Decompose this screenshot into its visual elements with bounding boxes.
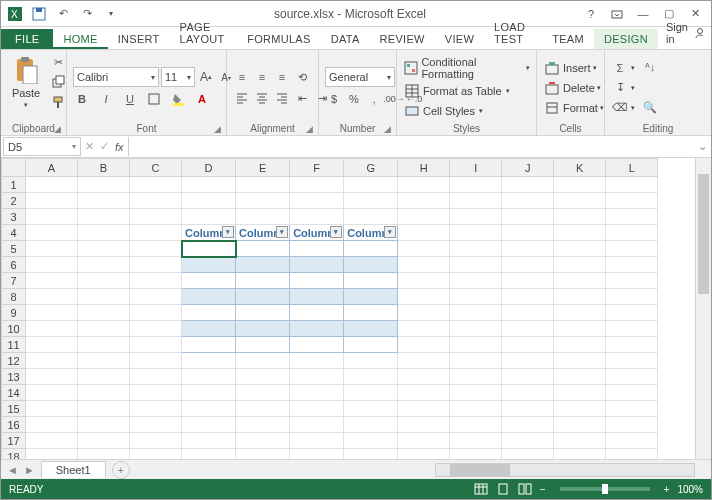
italic-button[interactable]: I [97, 90, 115, 108]
cut-icon[interactable]: ✂ [49, 53, 67, 71]
cell[interactable] [502, 289, 554, 305]
horizontal-scrollbar[interactable] [435, 463, 695, 477]
cell[interactable] [182, 321, 236, 337]
filter-dropdown-icon[interactable]: ▾ [384, 226, 396, 238]
tab-file[interactable]: FILE [1, 29, 53, 49]
cell[interactable] [344, 369, 398, 385]
insert-cells-button[interactable]: Insert▾ [543, 59, 597, 77]
cell[interactable] [26, 369, 78, 385]
cell[interactable] [554, 289, 606, 305]
cell[interactable] [78, 305, 130, 321]
row-header[interactable]: 7 [2, 273, 26, 289]
cell[interactable] [502, 337, 554, 353]
cell[interactable] [236, 337, 290, 353]
save-icon[interactable] [29, 4, 49, 24]
cell[interactable] [554, 385, 606, 401]
cell[interactable] [502, 417, 554, 433]
font-size-select[interactable]: 11▾ [161, 67, 195, 87]
cell[interactable]: Column3▾ [290, 225, 344, 241]
cell[interactable] [236, 353, 290, 369]
cell[interactable] [502, 353, 554, 369]
tab-formulas[interactable]: FORMULAS [237, 29, 321, 49]
align-middle-icon[interactable]: ≡ [253, 68, 271, 86]
cell[interactable] [182, 353, 236, 369]
cell[interactable] [450, 385, 502, 401]
number-format-select[interactable]: General▾ [325, 67, 395, 87]
cell[interactable] [26, 209, 78, 225]
cell[interactable] [236, 305, 290, 321]
cell[interactable] [606, 209, 658, 225]
column-header[interactable]: G [344, 159, 398, 177]
cell[interactable] [236, 321, 290, 337]
align-top-icon[interactable]: ≡ [233, 68, 251, 86]
cell[interactable] [236, 177, 290, 193]
dialog-launcher-icon[interactable]: ◢ [52, 124, 62, 134]
cell[interactable] [450, 433, 502, 449]
cell[interactable] [236, 193, 290, 209]
cell[interactable] [26, 305, 78, 321]
autosum-icon[interactable]: Σ [611, 59, 629, 77]
cell[interactable] [290, 401, 344, 417]
cell[interactable] [130, 385, 182, 401]
minimize-icon[interactable]: — [631, 4, 655, 24]
cell[interactable] [236, 385, 290, 401]
prev-sheet-icon[interactable]: ◄ [7, 464, 18, 476]
cell[interactable] [78, 369, 130, 385]
cell[interactable]: Column2▾ [236, 225, 290, 241]
tab-insert[interactable]: INSERT [108, 29, 170, 49]
cell[interactable] [606, 257, 658, 273]
cell[interactable] [606, 353, 658, 369]
tab-home[interactable]: HOME [53, 29, 107, 49]
cell[interactable] [450, 193, 502, 209]
cell[interactable] [606, 369, 658, 385]
conditional-formatting-button[interactable]: Conditional Formatting▾ [403, 56, 530, 80]
cell[interactable] [78, 417, 130, 433]
cell[interactable] [26, 177, 78, 193]
cell[interactable] [450, 401, 502, 417]
find-select-icon[interactable]: 🔍 [641, 99, 659, 117]
column-header[interactable]: C [130, 159, 182, 177]
cell[interactable] [26, 241, 78, 257]
row-header[interactable]: 2 [2, 193, 26, 209]
page-break-view-icon[interactable] [518, 483, 532, 495]
cell[interactable] [130, 209, 182, 225]
cell[interactable] [554, 209, 606, 225]
cell[interactable] [554, 353, 606, 369]
cell[interactable] [236, 449, 290, 460]
cell[interactable] [502, 321, 554, 337]
cell[interactable] [290, 337, 344, 353]
cell[interactable] [450, 337, 502, 353]
cell[interactable] [290, 417, 344, 433]
cell[interactable] [554, 257, 606, 273]
cell[interactable] [236, 433, 290, 449]
format-painter-icon[interactable] [49, 93, 67, 111]
cell[interactable] [502, 433, 554, 449]
cell[interactable] [78, 385, 130, 401]
filter-dropdown-icon[interactable]: ▾ [330, 226, 342, 238]
dialog-launcher-icon[interactable]: ◢ [304, 124, 314, 134]
zoom-out-button[interactable]: − [540, 484, 546, 495]
cell[interactable] [236, 401, 290, 417]
cell[interactable] [182, 209, 236, 225]
name-box[interactable]: D5▾ [3, 137, 81, 156]
cell[interactable] [130, 369, 182, 385]
cell[interactable] [182, 241, 236, 257]
cell[interactable] [290, 369, 344, 385]
cell[interactable] [344, 241, 398, 257]
cell[interactable] [290, 241, 344, 257]
row-header[interactable]: 5 [2, 241, 26, 257]
column-header[interactable]: D [182, 159, 236, 177]
cell[interactable] [554, 273, 606, 289]
cell[interactable]: Column4▾ [344, 225, 398, 241]
cell[interactable] [236, 241, 290, 257]
cell[interactable] [130, 305, 182, 321]
cell[interactable] [606, 321, 658, 337]
cell[interactable] [344, 257, 398, 273]
cell[interactable] [606, 417, 658, 433]
cell[interactable] [26, 385, 78, 401]
cell[interactable] [554, 193, 606, 209]
cell[interactable] [398, 401, 450, 417]
row-header[interactable]: 6 [2, 257, 26, 273]
comma-icon[interactable]: , [365, 90, 383, 108]
worksheet-grid[interactable]: ABCDEFGHIJKL1234Column1▾Column2▾Column3▾… [1, 158, 711, 459]
